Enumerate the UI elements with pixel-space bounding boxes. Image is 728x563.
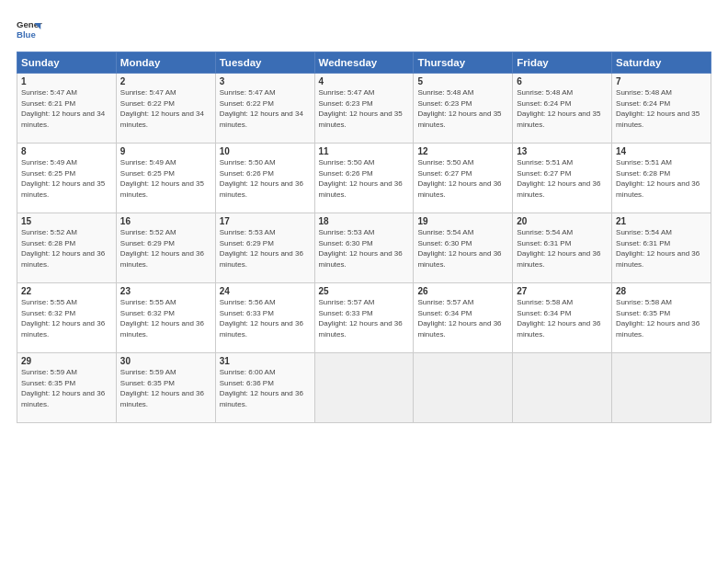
day-info: Sunrise: 5:53 AMSunset: 6:29 PMDaylight:… bbox=[220, 228, 303, 269]
calendar-cell: 29Sunrise: 5:59 AMSunset: 6:35 PMDayligh… bbox=[17, 353, 117, 423]
day-number: 29 bbox=[21, 356, 112, 366]
day-number: 18 bbox=[319, 216, 410, 226]
calendar-cell: 8Sunrise: 5:49 AMSunset: 6:25 PMDaylight… bbox=[17, 144, 117, 213]
calendar-cell: 19Sunrise: 5:54 AMSunset: 6:30 PMDayligh… bbox=[414, 213, 513, 283]
calendar-cell: 26Sunrise: 5:57 AMSunset: 6:34 PMDayligh… bbox=[414, 283, 513, 353]
week-row-5: 29Sunrise: 5:59 AMSunset: 6:35 PMDayligh… bbox=[17, 353, 711, 423]
day-info: Sunrise: 5:48 AMSunset: 6:24 PMDaylight:… bbox=[517, 88, 600, 129]
calendar-cell: 5Sunrise: 5:48 AMSunset: 6:23 PMDaylight… bbox=[414, 74, 513, 144]
calendar-cell: 16Sunrise: 5:52 AMSunset: 6:29 PMDayligh… bbox=[116, 213, 215, 283]
day-info: Sunrise: 5:47 AMSunset: 6:22 PMDaylight:… bbox=[120, 88, 204, 129]
day-number: 7 bbox=[616, 76, 707, 86]
day-info: Sunrise: 5:49 AMSunset: 6:25 PMDaylight:… bbox=[120, 158, 204, 199]
calendar-cell: 2Sunrise: 5:47 AMSunset: 6:22 PMDaylight… bbox=[116, 74, 215, 144]
day-info: Sunrise: 5:55 AMSunset: 6:32 PMDaylight:… bbox=[21, 298, 105, 339]
calendar-cell: 25Sunrise: 5:57 AMSunset: 6:33 PMDayligh… bbox=[314, 283, 414, 353]
calendar-header-row: SundayMondayTuesdayWednesdayThursdayFrid… bbox=[17, 52, 711, 74]
day-info: Sunrise: 5:47 AMSunset: 6:22 PMDaylight:… bbox=[220, 88, 303, 129]
calendar-cell bbox=[414, 353, 513, 423]
day-number: 25 bbox=[319, 286, 410, 296]
calendar-cell: 28Sunrise: 5:58 AMSunset: 6:35 PMDayligh… bbox=[612, 283, 711, 353]
day-header-friday: Friday bbox=[513, 52, 612, 74]
day-number: 20 bbox=[517, 216, 608, 226]
calendar-cell: 21Sunrise: 5:54 AMSunset: 6:31 PMDayligh… bbox=[612, 213, 711, 283]
calendar-cell: 13Sunrise: 5:51 AMSunset: 6:27 PMDayligh… bbox=[513, 144, 612, 213]
day-number: 3 bbox=[220, 76, 311, 86]
day-info: Sunrise: 5:59 AMSunset: 6:35 PMDaylight:… bbox=[21, 368, 105, 408]
calendar-cell bbox=[314, 353, 414, 423]
calendar-cell: 1Sunrise: 5:47 AMSunset: 6:21 PMDaylight… bbox=[17, 74, 117, 144]
day-header-thursday: Thursday bbox=[414, 52, 513, 74]
day-info: Sunrise: 5:58 AMSunset: 6:34 PMDaylight:… bbox=[517, 298, 600, 339]
calendar-cell: 24Sunrise: 5:56 AMSunset: 6:33 PMDayligh… bbox=[215, 283, 314, 353]
day-info: Sunrise: 5:53 AMSunset: 6:30 PMDaylight:… bbox=[319, 228, 403, 269]
day-header-monday: Monday bbox=[116, 52, 215, 74]
calendar-cell: 20Sunrise: 5:54 AMSunset: 6:31 PMDayligh… bbox=[513, 213, 612, 283]
calendar-cell: 22Sunrise: 5:55 AMSunset: 6:32 PMDayligh… bbox=[17, 283, 117, 353]
day-number: 31 bbox=[220, 356, 311, 366]
day-number: 15 bbox=[21, 216, 112, 226]
day-info: Sunrise: 5:50 AMSunset: 6:27 PMDaylight:… bbox=[417, 158, 501, 199]
day-header-saturday: Saturday bbox=[612, 52, 711, 74]
day-number: 16 bbox=[120, 216, 211, 226]
day-info: Sunrise: 5:50 AMSunset: 6:26 PMDaylight:… bbox=[319, 158, 403, 199]
day-number: 27 bbox=[517, 286, 608, 296]
day-number: 10 bbox=[220, 146, 311, 156]
calendar-cell bbox=[612, 353, 711, 423]
calendar-cell: 3Sunrise: 5:47 AMSunset: 6:22 PMDaylight… bbox=[215, 74, 314, 144]
day-info: Sunrise: 5:54 AMSunset: 6:31 PMDaylight:… bbox=[517, 228, 600, 269]
calendar-cell bbox=[513, 353, 612, 423]
day-number: 13 bbox=[517, 146, 608, 156]
day-info: Sunrise: 6:00 AMSunset: 6:36 PMDaylight:… bbox=[220, 368, 303, 408]
calendar-cell: 9Sunrise: 5:49 AMSunset: 6:25 PMDaylight… bbox=[116, 144, 215, 213]
day-info: Sunrise: 5:47 AMSunset: 6:21 PMDaylight:… bbox=[21, 88, 105, 129]
day-info: Sunrise: 5:48 AMSunset: 6:23 PMDaylight:… bbox=[417, 88, 501, 129]
day-info: Sunrise: 5:52 AMSunset: 6:28 PMDaylight:… bbox=[21, 228, 105, 269]
day-header-wednesday: Wednesday bbox=[314, 52, 414, 74]
calendar-table: SundayMondayTuesdayWednesdayThursdayFrid… bbox=[17, 52, 711, 423]
logo: General Blue bbox=[17, 17, 42, 42]
svg-text:Blue: Blue bbox=[17, 29, 36, 40]
day-header-tuesday: Tuesday bbox=[215, 52, 314, 74]
day-number: 28 bbox=[616, 286, 707, 296]
day-info: Sunrise: 5:57 AMSunset: 6:33 PMDaylight:… bbox=[319, 298, 403, 339]
day-info: Sunrise: 5:58 AMSunset: 6:35 PMDaylight:… bbox=[616, 298, 700, 339]
day-number: 8 bbox=[21, 146, 112, 156]
calendar-cell: 23Sunrise: 5:55 AMSunset: 6:32 PMDayligh… bbox=[116, 283, 215, 353]
calendar-cell: 18Sunrise: 5:53 AMSunset: 6:30 PMDayligh… bbox=[314, 213, 414, 283]
week-row-4: 22Sunrise: 5:55 AMSunset: 6:32 PMDayligh… bbox=[17, 283, 711, 353]
day-info: Sunrise: 5:59 AMSunset: 6:35 PMDaylight:… bbox=[120, 368, 204, 408]
header: General Blue bbox=[17, 17, 711, 42]
calendar-cell: 7Sunrise: 5:48 AMSunset: 6:24 PMDaylight… bbox=[612, 74, 711, 144]
week-row-1: 1Sunrise: 5:47 AMSunset: 6:21 PMDaylight… bbox=[17, 74, 711, 144]
day-info: Sunrise: 5:55 AMSunset: 6:32 PMDaylight:… bbox=[120, 298, 204, 339]
calendar-cell: 27Sunrise: 5:58 AMSunset: 6:34 PMDayligh… bbox=[513, 283, 612, 353]
day-number: 30 bbox=[120, 356, 211, 366]
day-header-sunday: Sunday bbox=[17, 52, 117, 74]
calendar-cell: 11Sunrise: 5:50 AMSunset: 6:26 PMDayligh… bbox=[314, 144, 414, 213]
day-number: 9 bbox=[120, 146, 211, 156]
day-info: Sunrise: 5:50 AMSunset: 6:26 PMDaylight:… bbox=[220, 158, 303, 199]
day-info: Sunrise: 5:54 AMSunset: 6:31 PMDaylight:… bbox=[616, 228, 700, 269]
day-info: Sunrise: 5:51 AMSunset: 6:28 PMDaylight:… bbox=[616, 158, 700, 199]
page: General Blue SundayMondayTuesdayWednesda… bbox=[0, 0, 728, 563]
day-number: 26 bbox=[417, 286, 508, 296]
day-number: 2 bbox=[120, 76, 211, 86]
day-number: 11 bbox=[319, 146, 410, 156]
day-info: Sunrise: 5:56 AMSunset: 6:33 PMDaylight:… bbox=[220, 298, 303, 339]
calendar-cell: 31Sunrise: 6:00 AMSunset: 6:36 PMDayligh… bbox=[215, 353, 314, 423]
calendar-cell: 12Sunrise: 5:50 AMSunset: 6:27 PMDayligh… bbox=[414, 144, 513, 213]
logo-icon: General Blue bbox=[17, 17, 42, 42]
calendar-body: 1Sunrise: 5:47 AMSunset: 6:21 PMDaylight… bbox=[17, 74, 711, 423]
day-number: 14 bbox=[616, 146, 707, 156]
calendar-cell: 6Sunrise: 5:48 AMSunset: 6:24 PMDaylight… bbox=[513, 74, 612, 144]
day-info: Sunrise: 5:47 AMSunset: 6:23 PMDaylight:… bbox=[319, 88, 403, 129]
day-info: Sunrise: 5:49 AMSunset: 6:25 PMDaylight:… bbox=[21, 158, 105, 199]
week-row-2: 8Sunrise: 5:49 AMSunset: 6:25 PMDaylight… bbox=[17, 144, 711, 213]
day-number: 5 bbox=[417, 76, 508, 86]
calendar-cell: 4Sunrise: 5:47 AMSunset: 6:23 PMDaylight… bbox=[314, 74, 414, 144]
day-number: 6 bbox=[517, 76, 608, 86]
day-number: 24 bbox=[220, 286, 311, 296]
day-number: 4 bbox=[319, 76, 410, 86]
day-number: 23 bbox=[120, 286, 211, 296]
